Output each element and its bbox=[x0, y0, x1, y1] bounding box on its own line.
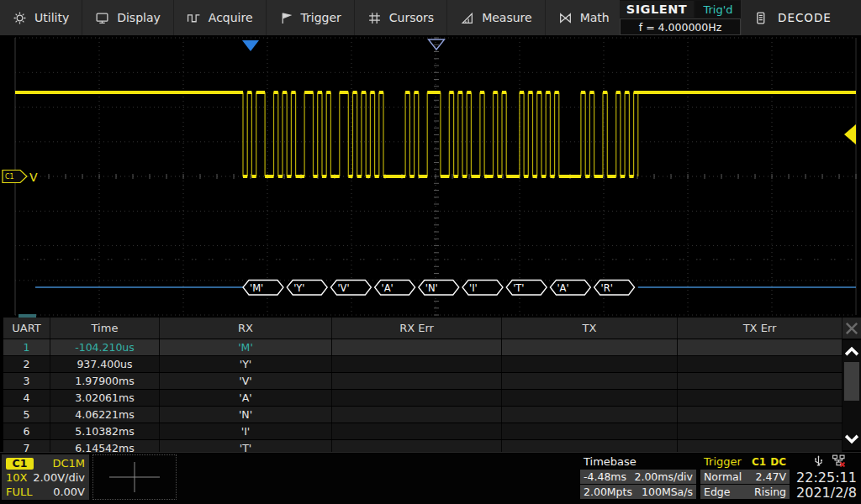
table-cell: 'Y' bbox=[160, 356, 332, 372]
menu-item-label: Display bbox=[117, 11, 161, 24]
table-cell bbox=[332, 356, 502, 372]
scroll-down-button[interactable] bbox=[843, 428, 861, 450]
column-header-tx-err: TX Err bbox=[678, 318, 843, 339]
menu-item-label: Measure bbox=[482, 11, 532, 24]
channel-add-slot[interactable] bbox=[92, 454, 177, 500]
brand-status-box: SIGLENT Trig'd f = 4.000000Hz bbox=[620, 0, 741, 35]
menu-bar: UtilityDisplayAcquireTriggerCursorsMeasu… bbox=[0, 0, 861, 35]
channel1-panel[interactable]: C1 DC1M 10X 2.00V/div FULL 0.00V bbox=[2, 454, 89, 500]
menu-item-acquire[interactable]: Acquire bbox=[174, 0, 267, 35]
menu-item-math[interactable]: Math bbox=[546, 0, 623, 35]
measure-icon bbox=[460, 11, 474, 25]
channel1-coupling: DC1M bbox=[52, 457, 85, 470]
channel1-zero-marker-unit: V bbox=[29, 171, 38, 184]
crosshair-icon bbox=[105, 459, 164, 496]
table-scrollbar[interactable] bbox=[843, 340, 861, 450]
column-header-uart: UART bbox=[3, 318, 50, 339]
decode-menu-button[interactable]: DECODE bbox=[742, 0, 861, 35]
table-cell bbox=[678, 339, 843, 355]
timebase-samplerate: 100MSa/s bbox=[642, 486, 693, 498]
trigger-slope: Rising bbox=[754, 486, 786, 498]
decode-bubble-char: 'A' bbox=[557, 282, 568, 294]
menu-item-label: Math bbox=[580, 11, 610, 24]
table-cell bbox=[332, 390, 502, 406]
table-cell: 'M' bbox=[160, 339, 332, 355]
close-icon bbox=[843, 319, 861, 338]
menu-item-trigger[interactable]: Trigger bbox=[267, 0, 355, 35]
table-cell bbox=[332, 339, 502, 355]
decode-bubble-char: 'R' bbox=[601, 282, 613, 294]
scroll-up-button[interactable] bbox=[843, 340, 861, 362]
scrollbar-thumb[interactable] bbox=[844, 362, 859, 401]
table-row[interactable]: 43.02061ms'A' bbox=[3, 389, 843, 406]
decode-table-body: 1-104.210us'M'2937.400us'Y'31.97900ms'V'… bbox=[3, 339, 843, 456]
table-cell bbox=[678, 390, 843, 406]
timebase-title: Timebase bbox=[580, 454, 696, 469]
trigger-delay-marker[interactable] bbox=[242, 40, 259, 51]
menu-item-label: Utility bbox=[34, 11, 69, 24]
system-time: 22:25:11 bbox=[795, 470, 858, 486]
table-cell: 6 bbox=[3, 423, 50, 439]
trigger-status-badge: Trig'd bbox=[695, 1, 741, 18]
waveform-plot: C1V'M''Y''V''A''N''I''T''A''R' bbox=[0, 35, 861, 318]
timebase-delay: -4.48ms bbox=[584, 470, 626, 483]
column-header-tx: TX bbox=[502, 318, 678, 339]
decode-label: DECODE bbox=[778, 11, 832, 24]
usb-icon bbox=[811, 454, 826, 468]
table-row[interactable]: 65.10382ms'I' bbox=[3, 423, 843, 439]
table-cell: -104.210us bbox=[50, 339, 160, 355]
menu-items: UtilityDisplayAcquireTriggerCursorsMeasu… bbox=[0, 0, 719, 35]
table-close-button[interactable] bbox=[843, 318, 861, 339]
column-header-time: Time bbox=[50, 318, 160, 339]
channel1-probe: 10X bbox=[6, 471, 27, 484]
table-cell bbox=[502, 390, 678, 406]
menu-item-label: Trigger bbox=[301, 11, 341, 24]
trigger-source: C1 bbox=[752, 456, 766, 468]
menu-item-label: Cursors bbox=[389, 11, 434, 24]
display-icon bbox=[95, 11, 109, 25]
table-cell: 5 bbox=[3, 407, 50, 423]
trigger-level-marker[interactable] bbox=[844, 124, 856, 144]
table-cell: 3.02061ms bbox=[50, 390, 160, 406]
chevron-up-icon bbox=[843, 342, 861, 360]
timebase-panel[interactable]: Timebase -4.48ms 2.00ms/div 2.00Mpts 100… bbox=[580, 454, 696, 499]
column-header-rx-err: RX Err bbox=[332, 318, 502, 339]
menu-item-display[interactable]: Display bbox=[82, 0, 174, 35]
table-cell: 937.400us bbox=[50, 356, 160, 372]
decode-table: UARTTimeRXRX ErrTXTX Err 1-104.210us'M'2… bbox=[3, 318, 843, 456]
table-row[interactable]: 54.06221ms'N' bbox=[3, 406, 843, 423]
table-cell bbox=[332, 407, 502, 423]
table-row[interactable]: 1-104.210us'M' bbox=[3, 339, 843, 355]
trigger-type: Edge bbox=[704, 486, 730, 498]
trigger-panel[interactable]: Trigger C1 DC Normal 2.47V Edge Rising bbox=[700, 454, 790, 499]
table-row[interactable]: 31.97900ms'V' bbox=[3, 372, 843, 389]
table-cell bbox=[502, 423, 678, 439]
table-cell: 'A' bbox=[160, 390, 332, 406]
menu-item-utility[interactable]: Utility bbox=[0, 0, 82, 35]
channel1-scale: 2.00V/div bbox=[33, 471, 85, 484]
trigger-mode: Normal bbox=[704, 470, 742, 483]
acquire-icon bbox=[187, 11, 201, 25]
gear-icon bbox=[13, 11, 27, 25]
cursors-icon bbox=[367, 11, 382, 25]
decode-bubble-char: 'V' bbox=[337, 282, 349, 294]
oscilloscope-screen: UtilityDisplayAcquireTriggerCursorsMeasu… bbox=[0, 0, 861, 504]
menu-item-label: Acquire bbox=[209, 11, 253, 24]
channel1-offset: 0.00V bbox=[53, 486, 85, 498]
table-cell bbox=[502, 373, 678, 389]
table-cell: 'I' bbox=[160, 423, 332, 439]
system-date: 2021/2/8 bbox=[795, 485, 858, 501]
table-cell bbox=[502, 339, 678, 355]
table-row[interactable]: 2937.400us'Y' bbox=[3, 355, 843, 372]
trigger-level: 2.47V bbox=[756, 470, 786, 483]
trigger-coupling: DC bbox=[770, 456, 786, 468]
channel1-zero-marker-label: C1 bbox=[5, 173, 14, 181]
table-cell bbox=[678, 373, 843, 389]
menu-item-measure[interactable]: Measure bbox=[447, 0, 546, 35]
channel1-bandwidth: FULL bbox=[6, 486, 32, 498]
table-cell: 4.06221ms bbox=[50, 407, 160, 423]
menu-item-cursors[interactable]: Cursors bbox=[355, 0, 447, 35]
table-cell bbox=[332, 423, 502, 439]
waveform-area[interactable]: C1V'M''Y''V''A''N''I''T''A''R' S1 Rx Tx bbox=[0, 35, 861, 318]
timebase-points: 2.00Mpts bbox=[584, 486, 632, 498]
